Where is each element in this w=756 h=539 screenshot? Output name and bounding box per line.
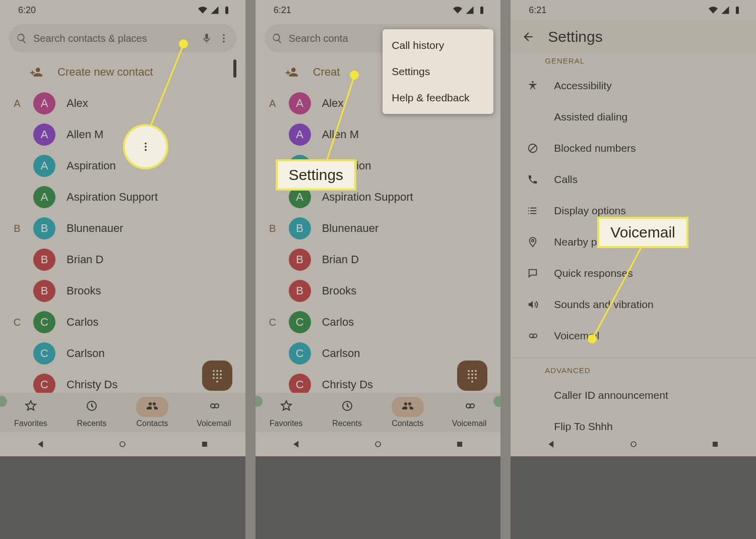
svg-point-2 <box>223 41 225 43</box>
nav-recents[interactable]: Recents <box>331 397 363 428</box>
more-icon <box>140 137 151 157</box>
overflow-help[interactable]: Help & feedback <box>383 85 493 111</box>
contact-row[interactable]: AAspiration Support <box>0 182 245 213</box>
annotation-callout-voicemail: Voicemail <box>597 217 688 248</box>
nav-favorites[interactable]: Favorites <box>14 397 47 428</box>
block-icon <box>526 143 540 154</box>
contact-row[interactable]: BBrooks <box>0 275 245 307</box>
svg-point-19 <box>468 370 470 372</box>
search-placeholder: Search contacts & places <box>33 33 195 44</box>
svg-point-28 <box>471 381 473 383</box>
settings-assisted-dialing[interactable]: Assisted dialing <box>511 101 756 133</box>
status-icons <box>198 6 231 15</box>
list-icon <box>526 205 540 216</box>
svg-point-20 <box>471 370 473 372</box>
mic-icon[interactable] <box>201 33 212 44</box>
nav-voicemail[interactable]: Voicemail <box>197 397 231 428</box>
settings-accessibility[interactable]: Accessibility <box>511 70 756 101</box>
nav-voicemail[interactable]: Voicemail <box>452 397 486 428</box>
recent-icon[interactable] <box>200 439 210 449</box>
back-arrow-icon[interactable] <box>522 30 535 43</box>
dialpad-fab[interactable] <box>457 361 487 391</box>
panel-3-settings: 6:21 Settings GENERAL Accessibility Assi… <box>511 0 756 456</box>
nav-recents[interactable]: Recents <box>76 397 108 428</box>
status-time: 6:20 <box>18 5 36 16</box>
bottom-nav: Favorites Recents Contacts Voicemail <box>0 393 245 432</box>
section-advanced: ADVANCED <box>511 364 756 380</box>
avatar: C <box>33 311 55 333</box>
contact-row[interactable]: BBrooks <box>256 275 501 307</box>
settings-calls[interactable]: Calls <box>511 164 756 195</box>
svg-point-9 <box>213 377 215 379</box>
panel-2-overflow: 6:21 Search conta Creat AAAlex AAllen M … <box>256 0 501 456</box>
settings-callerid[interactable]: Caller ID announcement <box>511 380 756 411</box>
svg-point-21 <box>475 370 477 372</box>
contact-row[interactable]: CCCarlos <box>256 307 501 338</box>
home-icon[interactable] <box>628 439 639 449</box>
avatar: A <box>33 155 55 177</box>
more-icon[interactable] <box>218 33 229 44</box>
avatar: A <box>33 186 55 208</box>
battery-icon <box>477 6 486 15</box>
settings-quick-responses[interactable]: Quick responses <box>511 258 756 289</box>
search-bar[interactable]: Search contacts & places <box>9 24 236 52</box>
chat-icon <box>526 268 540 279</box>
system-nav <box>256 432 501 456</box>
back-icon[interactable] <box>291 439 301 449</box>
contact-row[interactable]: BBrian D <box>0 244 245 275</box>
create-contact-row[interactable]: Create new contact <box>0 56 245 88</box>
svg-point-36 <box>528 210 529 211</box>
settings-sounds[interactable]: Sounds and vibration <box>511 289 756 320</box>
scroll-indicator <box>233 59 236 78</box>
avatar: B <box>33 217 55 239</box>
phone-icon <box>526 174 540 185</box>
status-bar: 6:21 <box>511 0 756 20</box>
nav-contacts[interactable]: Contacts <box>136 397 168 428</box>
panel-1-contacts: 6:20 Search contacts & places Create new… <box>0 0 245 456</box>
accessibility-icon <box>526 80 540 91</box>
overflow-menu: Call history Settings Help & feedback <box>383 29 493 114</box>
home-icon[interactable] <box>117 439 128 449</box>
status-time: 6:21 <box>274 5 291 16</box>
settings-voicemail[interactable]: Voicemail <box>511 320 756 351</box>
recent-icon[interactable] <box>455 439 465 449</box>
contact-row[interactable]: AAAlex <box>0 88 245 119</box>
contact-row[interactable]: CCCarlos <box>0 307 245 338</box>
nav-favorites[interactable]: Favorites <box>270 397 303 428</box>
back-icon[interactable] <box>546 439 556 449</box>
status-bar: 6:21 <box>256 0 501 20</box>
svg-point-26 <box>471 377 473 379</box>
battery-icon <box>733 6 742 15</box>
contact-row[interactable]: AAspiration <box>0 150 245 182</box>
svg-point-3 <box>213 370 215 372</box>
home-icon[interactable] <box>373 439 383 449</box>
svg-point-4 <box>216 370 218 372</box>
wifi-icon <box>453 6 462 15</box>
svg-rect-40 <box>713 442 718 447</box>
create-contact-label: Creat <box>313 66 340 79</box>
svg-point-1 <box>223 37 225 39</box>
dialpad-fab[interactable] <box>202 361 232 391</box>
svg-rect-15 <box>202 442 207 447</box>
overflow-settings[interactable]: Settings <box>383 58 493 85</box>
nav-contacts[interactable]: Contacts <box>392 397 424 428</box>
create-contact-label: Create new contact <box>57 66 153 79</box>
overflow-call-history[interactable]: Call history <box>383 32 493 58</box>
signal-icon <box>721 6 730 15</box>
annotation-callout-more <box>123 124 168 169</box>
contact-row[interactable]: BBBlunenauer <box>0 213 245 244</box>
settings-blocked-numbers[interactable]: Blocked numbers <box>511 133 756 164</box>
svg-point-12 <box>216 381 218 383</box>
svg-point-14 <box>120 442 125 447</box>
back-icon[interactable] <box>36 439 46 449</box>
svg-point-38 <box>532 239 534 242</box>
contact-row[interactable]: BBrian D <box>256 244 501 275</box>
contact-row[interactable]: AAllen M <box>256 119 501 150</box>
recent-icon[interactable] <box>710 439 720 449</box>
avatar: A <box>33 92 55 114</box>
clock-icon <box>341 400 353 412</box>
svg-point-10 <box>216 377 218 379</box>
star-icon <box>25 400 37 412</box>
svg-point-18 <box>145 149 147 151</box>
contact-row[interactable]: BBBlunenauer <box>256 213 501 244</box>
